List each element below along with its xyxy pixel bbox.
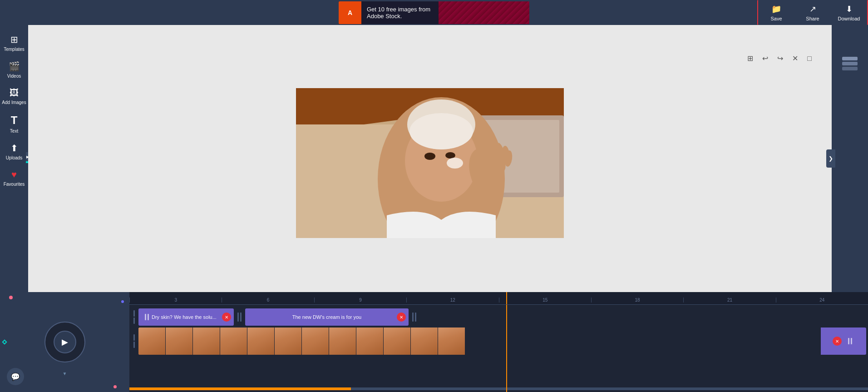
thumb-1: [138, 327, 166, 355]
canvas-toolbar: ⊞ ↩ ↪ ✕ □: [745, 52, 814, 65]
preview-image: [296, 88, 564, 238]
svg-rect-17: [842, 57, 858, 60]
bottom-area: ▼ ▶ 💬 3 6 9 12 15 18 21 24: [0, 292, 868, 392]
svg-point-9: [424, 153, 435, 160]
clip-delete-2[interactable]: ✕: [397, 313, 406, 322]
thumb-3: [193, 327, 220, 355]
svg-rect-19: [842, 67, 858, 70]
text-track-row: Dry skin? We have the solu... ✕ The new …: [131, 308, 866, 326]
clip-delete-1[interactable]: ✕: [222, 313, 231, 322]
thumb-9: [356, 327, 384, 355]
dot-decoration-br: [113, 385, 117, 388]
svg-rect-18: [842, 62, 858, 65]
layers-icon: [838, 52, 861, 75]
timeline: 3 6 9 12 15 18 21 24: [129, 292, 868, 392]
thumb-5: [247, 327, 275, 355]
ad-text: Get 10 free images from Adobe Stock.: [361, 6, 439, 20]
ruler-mark-24: 24: [776, 298, 868, 303]
text-icon: T: [11, 114, 18, 127]
sidebar-item-uploads[interactable]: ⬆ Uploads: [0, 138, 28, 165]
ruler-mark-6: 6: [222, 298, 314, 303]
canvas-area: ⊞ ↩ ↪ ✕ □: [28, 25, 832, 292]
svg-point-8: [409, 113, 473, 149]
close-canvas-button[interactable]: ✕: [790, 52, 800, 65]
ad-image: [439, 1, 529, 24]
playhead-circle: ▶: [44, 322, 85, 362]
video-clip-end: ✕: [821, 327, 866, 355]
thumb-12: [438, 327, 465, 355]
thumb-6: [275, 327, 302, 355]
text-clip-1[interactable]: Dry skin? We have the solu... ✕: [138, 308, 234, 326]
download-button[interactable]: ⬇ Download: [831, 0, 867, 25]
redo-icon: ↪: [777, 55, 783, 62]
chat-icon: 💬: [11, 372, 20, 381]
ruler-marks: 3 6 9 12 15 18 21 24: [129, 298, 868, 303]
right-handles: [412, 313, 416, 322]
uploads-icon: ⬆: [10, 143, 18, 154]
expand-icon: □: [807, 55, 812, 62]
thumb-7: [302, 327, 329, 355]
main-area: ▶ ⊞ Templates 🎬 Videos 🖼 Add Images T Te…: [0, 25, 868, 292]
video-clip-delete[interactable]: ✕: [833, 337, 842, 346]
playhead-track-line: [506, 305, 507, 392]
ad-banner[interactable]: A Get 10 free images from Adobe Stock.: [339, 1, 529, 24]
videos-icon: 🎬: [9, 61, 20, 72]
undo-icon: ↩: [762, 55, 768, 62]
save-icon: 📁: [771, 4, 781, 14]
ruler-mark-12: 12: [406, 298, 498, 303]
thumb-2: [166, 327, 193, 355]
right-panel: ❯: [832, 25, 868, 292]
download-icon: ⬇: [846, 4, 853, 14]
timeline-tracks: Dry skin? We have the solu... ✕ The new …: [129, 305, 868, 392]
templates-icon: ⊞: [10, 34, 18, 45]
sidebar-item-favourites[interactable]: ♥ Favourites: [0, 165, 28, 191]
text-clip-2[interactable]: The new DW's cream is for you ✕: [245, 308, 409, 326]
share-icon: ↗: [809, 4, 816, 14]
save-button[interactable]: 📁 Save: [758, 0, 794, 25]
chat-button[interactable]: 💬: [7, 368, 24, 385]
top-right-buttons: 📁 Save ↗ Share ⬇ Download: [757, 0, 868, 25]
expand-canvas-button[interactable]: □: [805, 53, 814, 65]
clip-pause-handles-1: [145, 314, 149, 320]
sidebar-item-videos[interactable]: 🎬 Videos: [0, 56, 28, 83]
between-clips-handles: [237, 313, 242, 322]
close-icon: ✕: [792, 55, 798, 62]
dot-decoration-tr: [121, 300, 124, 303]
play-button[interactable]: ▶: [54, 331, 76, 353]
timeline-ruler: 3 6 9 12 15 18 21 24: [129, 292, 868, 305]
track-handle-1: [131, 308, 137, 326]
redo-button[interactable]: ↪: [775, 52, 785, 65]
video-thumbnails: [138, 327, 821, 355]
ruler-mark-21: 21: [683, 298, 775, 303]
sidebar-item-text[interactable]: T Text: [0, 109, 28, 138]
thumb-4: [220, 327, 247, 355]
thumb-11: [411, 327, 438, 355]
undo-button[interactable]: ↩: [760, 52, 770, 65]
arrow-down-decoration: ▼: [63, 371, 67, 376]
video-track[interactable]: ✕: [138, 327, 866, 355]
add-images-icon: 🖼: [10, 88, 19, 98]
progress-fill: [129, 387, 351, 390]
track-handle-2: [131, 334, 137, 348]
ruler-mark-3: 3: [129, 298, 222, 303]
ruler-mark-15: 15: [499, 298, 591, 303]
grid-tool-button[interactable]: ⊞: [745, 52, 755, 65]
share-button[interactable]: ↗ Share: [794, 0, 831, 25]
grid-icon: ⊞: [747, 55, 753, 62]
video-clip-handles: [848, 338, 852, 344]
video-preview: [296, 88, 564, 238]
playhead-line: [506, 292, 507, 304]
sidebar-item-templates[interactable]: ⊞ Templates: [0, 30, 28, 56]
dot-decoration-tl: [9, 296, 13, 299]
top-bar: A Get 10 free images from Adobe Stock. 📁…: [0, 0, 868, 25]
svg-point-11: [447, 158, 463, 169]
sidebar-item-add-images[interactable]: 🖼 Add Images: [0, 83, 28, 109]
right-panel-toggle[interactable]: ❯: [826, 149, 835, 168]
favourites-icon: ♥: [11, 169, 17, 180]
diamond-decoration: [2, 339, 7, 344]
video-track-row: ✕: [131, 327, 866, 355]
video-frame: [296, 88, 564, 238]
left-sidebar: ▶ ⊞ Templates 🎬 Videos 🖼 Add Images T Te…: [0, 25, 28, 292]
svg-point-10: [445, 152, 455, 159]
thumb-10: [384, 327, 411, 355]
